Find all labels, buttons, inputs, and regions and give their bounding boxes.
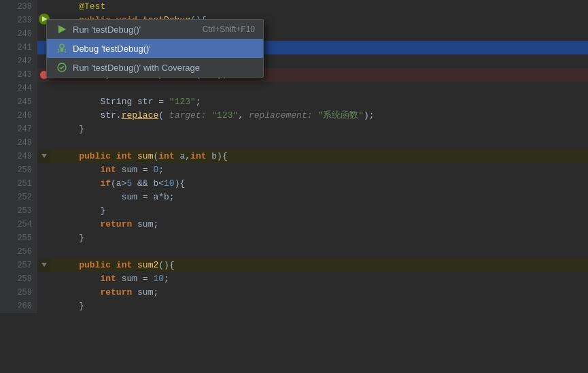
line-number: 241 [0, 41, 37, 54]
line-number: 242 [0, 54, 37, 68]
line-number: 257 [0, 259, 37, 272]
line-content [51, 136, 588, 150]
line-number: 243 [0, 68, 37, 82]
line-number: 249 [0, 150, 37, 163]
line-number: 260 [0, 299, 37, 313]
line-content: } [51, 123, 588, 136]
line-row: 247 } [0, 123, 588, 136]
line-number: 253 [0, 204, 37, 218]
line-row: 249 public int sum(int a,int b){ [0, 150, 588, 163]
line-number: 258 [0, 272, 37, 286]
line-number: 240 [0, 27, 37, 41]
line-row: 251 if(a>5 && b<10){ [0, 177, 588, 191]
line-row: 244 [0, 82, 588, 95]
menu-item-debug[interactable]: Debug 'testDebug()' [47, 39, 263, 58]
svg-line-10 [65, 51, 66, 52]
fold-arrow-icon[interactable] [40, 152, 48, 162]
gutter-col [37, 123, 51, 136]
code-editor: 238 @Test239 public void testDebug(){240… [0, 0, 588, 373]
svg-point-5 [60, 44, 64, 48]
gutter-col [37, 286, 51, 299]
line-content: } [51, 231, 588, 245]
line-number: 238 [0, 0, 37, 14]
gutter-col [37, 82, 51, 95]
line-row: 246 str.replace( target: "123", replacem… [0, 109, 588, 123]
line-number: 251 [0, 177, 37, 191]
svg-marker-3 [41, 263, 47, 267]
gutter-col [37, 136, 51, 150]
gutter-col [37, 272, 51, 286]
line-number: 254 [0, 218, 37, 231]
line-content: if(a>5 && b<10){ [51, 177, 588, 191]
line-row: 248 [0, 136, 588, 150]
gutter-col [37, 177, 51, 191]
menu-item-label: Run 'testDebug()' with Coverage [73, 63, 255, 73]
menu-item-shortcut: Ctrl+Shift+F10 [203, 25, 255, 34]
line-row: 256 [0, 245, 588, 259]
line-row: 252 sum = a*b; [0, 191, 588, 204]
line-number: 248 [0, 136, 37, 150]
debug-icon [55, 42, 69, 55]
line-number: 245 [0, 95, 37, 109]
line-row: 238 @Test [0, 0, 588, 14]
menu-item-run[interactable]: Run 'testDebug()'Ctrl+Shift+F10 [47, 20, 263, 39]
svg-line-9 [58, 51, 59, 52]
gutter-col [37, 231, 51, 245]
menu-item-coverage[interactable]: Run 'testDebug()' with Coverage [47, 58, 263, 77]
gutter-col [37, 109, 51, 123]
line-row: 260 } [0, 299, 588, 313]
line-number: 246 [0, 109, 37, 123]
line-row: 257 public int sum2(){ [0, 259, 588, 272]
fold-arrow-icon[interactable] [40, 261, 48, 271]
line-content: } [51, 299, 588, 313]
line-number: 244 [0, 82, 37, 95]
line-number: 247 [0, 123, 37, 136]
line-row: 258 int sum = 10; [0, 272, 588, 286]
gutter-col [37, 204, 51, 218]
line-content: return sum; [51, 218, 588, 231]
line-content: int sum = 10; [51, 272, 588, 286]
gutter-col [37, 163, 51, 177]
line-content: int sum = 0; [51, 163, 588, 177]
line-number: 250 [0, 163, 37, 177]
line-number: 256 [0, 245, 37, 259]
line-content: } [51, 204, 588, 218]
line-content [51, 82, 588, 95]
line-content: return sum; [51, 286, 588, 299]
line-content [51, 245, 588, 259]
gutter-col [37, 299, 51, 313]
line-row: 253 } [0, 204, 588, 218]
line-content: public int sum2(){ [51, 259, 588, 272]
gutter-col [37, 259, 51, 272]
coverage-icon [55, 61, 69, 74]
gutter-col [37, 191, 51, 204]
svg-marker-2 [41, 154, 47, 158]
line-number: 259 [0, 286, 37, 299]
gutter-col [37, 150, 51, 163]
line-row: 250 int sum = 0; [0, 163, 588, 177]
svg-marker-4 [58, 25, 66, 33]
line-content: sum = a*b; [51, 191, 588, 204]
run-icon [55, 22, 69, 36]
line-row: 259 return sum; [0, 286, 588, 299]
line-row: 245 String str = "123"; [0, 95, 588, 109]
line-row: 255 } [0, 231, 588, 245]
line-content: String str = "123"; [51, 95, 588, 109]
line-content: @Test [51, 0, 588, 14]
line-content: str.replace( target: "123", replacement:… [51, 109, 588, 123]
line-row: 254 return sum; [0, 218, 588, 231]
gutter-col [37, 218, 51, 231]
gutter-col [37, 95, 51, 109]
gutter-col [37, 0, 51, 14]
line-content: public int sum(int a,int b){ [51, 150, 588, 163]
gutter-col [37, 245, 51, 259]
svg-rect-6 [60, 48, 63, 52]
line-number: 239 [0, 14, 37, 27]
line-number: 255 [0, 231, 37, 245]
context-menu: Run 'testDebug()'Ctrl+Shift+F10 Debug 't… [46, 19, 264, 78]
menu-item-label: Debug 'testDebug()' [73, 44, 255, 54]
menu-item-label: Run 'testDebug()' [73, 25, 203, 35]
line-number: 252 [0, 191, 37, 204]
